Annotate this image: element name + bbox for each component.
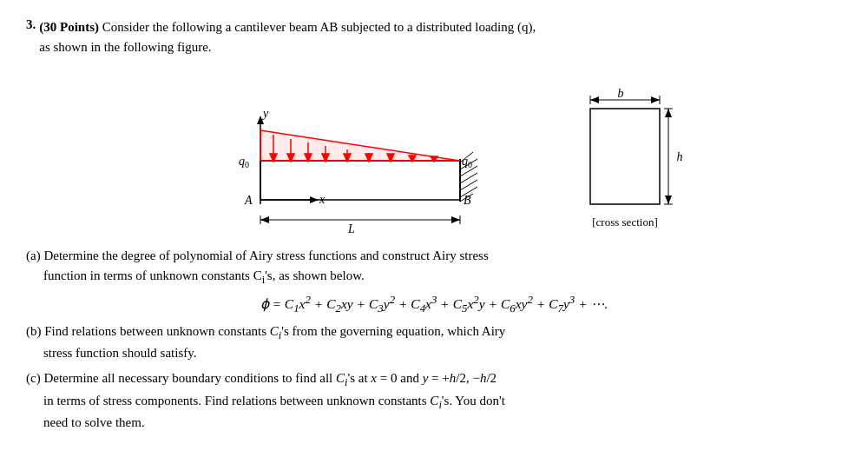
svg-marker-54 (665, 109, 672, 117)
svg-text:0: 0 (468, 160, 472, 169)
svg-marker-43 (260, 216, 269, 223)
part-a-label: (a) (26, 249, 43, 262)
svg-rect-6 (260, 161, 460, 200)
svg-text:b: b (618, 87, 624, 100)
parts-list: (a) Determine the degree of polynomial o… (26, 246, 842, 433)
part-c: (c) Determine all necessary boundary con… (26, 368, 842, 433)
svg-rect-52 (590, 109, 660, 204)
part-c-text2: in terms of stress components. Find rela… (43, 394, 505, 408)
intro-text2: as shown in the following figure. (39, 40, 211, 54)
part-b-text: Find relations between unknown constants… (44, 324, 505, 338)
problem-header: 3. (30 Points) Consider the following a … (26, 17, 842, 56)
svg-marker-44 (451, 216, 460, 223)
part-b-text2: stress function should satisfy. (43, 346, 197, 360)
svg-marker-48 (651, 96, 660, 103)
svg-text:y: y (261, 107, 269, 120)
part-b: (b) Find relations between unknown const… (26, 321, 842, 363)
svg-text:0: 0 (245, 160, 249, 169)
problem-container: 3. (30 Points) Consider the following a … (26, 17, 842, 433)
svg-text:q: q (239, 155, 245, 168)
figure-row: y x (26, 65, 842, 239)
part-c-label: (c) (26, 371, 43, 385)
cross-section-svg: b h [cross section] (556, 65, 694, 239)
part-c-text1: Determine all necessary boundary conditi… (43, 371, 496, 385)
part-a: (a) Determine the degree of polynomial o… (26, 246, 842, 288)
problem-intro: (30 Points) Consider the following a can… (39, 17, 536, 56)
cross-section-figure: b h [cross section] (573, 65, 677, 239)
svg-text:A: A (244, 194, 253, 207)
problem-number: 3. (26, 17, 36, 56)
svg-text:B: B (464, 194, 471, 207)
part-b-label: (b) (26, 324, 44, 338)
part-c-text3: need to solve them. (43, 415, 145, 429)
phi-equation: ϕ = C1x2 + C2xy + C3y2 + C4x3 + C5x2y + … (26, 293, 842, 315)
part-a-text: Determine the degree of polynomial of Ai… (43, 249, 488, 262)
svg-text:h: h (677, 150, 683, 163)
svg-marker-47 (590, 96, 599, 103)
beam-figure: y x (191, 65, 538, 239)
svg-text:q: q (462, 155, 468, 168)
part-a-text2: function in terms of unknown constants C… (43, 268, 365, 282)
beam-svg: y x (191, 65, 538, 239)
svg-text:L: L (347, 222, 355, 235)
points-label: (30 Points) (39, 20, 99, 34)
svg-text:[cross section]: [cross section] (592, 215, 657, 229)
intro-text: Consider the following a cantilever beam… (102, 20, 536, 34)
svg-marker-55 (665, 196, 672, 204)
